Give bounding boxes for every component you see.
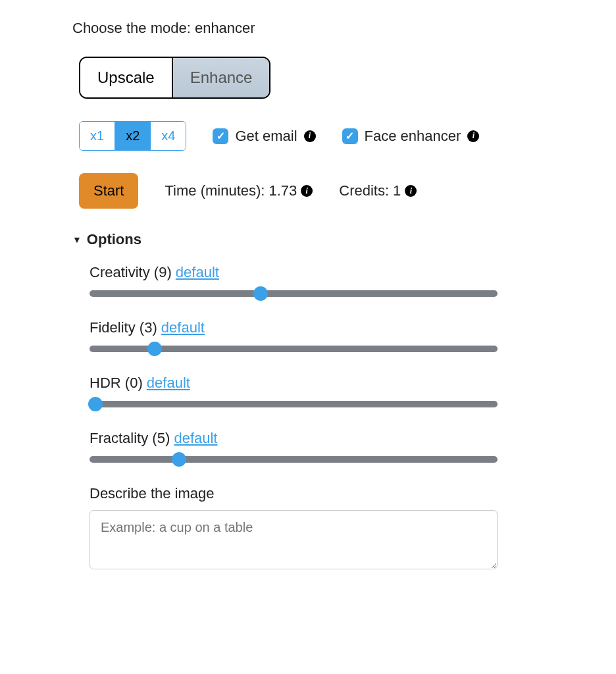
hdr-block: HDR (0) default xyxy=(90,375,544,407)
credits-meta: Credits: 1 i xyxy=(339,182,417,199)
face-enhancer-option: ✓ Face enhancer i xyxy=(342,128,480,145)
creativity-block: Creativity (9) default xyxy=(90,264,544,297)
mode-toggle: Upscale Enhance xyxy=(79,57,270,99)
time-meta: Time (minutes): 1.73 i xyxy=(165,182,313,199)
credits-label: Credits: xyxy=(339,182,389,199)
describe-label: Describe the image xyxy=(90,485,544,502)
info-icon[interactable]: i xyxy=(405,185,417,197)
fractality-slider[interactable] xyxy=(90,456,498,463)
fractality-thumb[interactable] xyxy=(172,452,186,467)
scale-group: x1 x2 x4 xyxy=(79,121,186,151)
time-value: 1.73 xyxy=(269,182,297,199)
hdr-label: HDR (0) default xyxy=(90,375,544,392)
info-icon[interactable]: i xyxy=(467,130,479,142)
creativity-label: Creativity (9) default xyxy=(90,264,544,281)
face-enhancer-label: Face enhancer xyxy=(365,128,461,145)
credits-value: 1 xyxy=(393,182,401,199)
options-title: Options xyxy=(87,231,141,248)
fidelity-slider[interactable] xyxy=(90,346,498,352)
info-icon[interactable]: i xyxy=(304,130,316,142)
fidelity-label: Fidelity (3) default xyxy=(90,319,544,336)
creativity-thumb[interactable] xyxy=(253,286,268,301)
hdr-slider[interactable] xyxy=(90,401,498,407)
face-enhancer-checkbox[interactable]: ✓ xyxy=(342,128,358,144)
scale-x2-button[interactable]: x2 xyxy=(115,122,150,150)
creativity-slider[interactable] xyxy=(90,290,498,297)
scale-x4-button[interactable]: x4 xyxy=(150,122,186,150)
get-email-label: Get email xyxy=(235,128,297,145)
get-email-option: ✓ Get email i xyxy=(213,128,315,145)
fidelity-thumb[interactable] xyxy=(147,342,162,356)
fractality-block: Fractality (5) default xyxy=(90,430,544,463)
mode-header-prefix: Choose the mode: xyxy=(72,20,195,36)
get-email-checkbox[interactable]: ✓ xyxy=(213,128,228,144)
time-label: Time (minutes): xyxy=(165,182,265,199)
mode-header: Choose the mode: enhancer xyxy=(72,20,544,37)
start-button[interactable]: Start xyxy=(79,173,138,209)
options-toggle[interactable]: ▼ Options xyxy=(72,231,544,248)
mode-header-value: enhancer xyxy=(195,20,255,36)
chevron-down-icon: ▼ xyxy=(72,234,82,245)
fidelity-default-link[interactable]: default xyxy=(161,319,205,336)
mode-upscale-button[interactable]: Upscale xyxy=(80,58,173,97)
info-icon[interactable]: i xyxy=(301,185,313,197)
hdr-thumb[interactable] xyxy=(88,397,103,411)
describe-input[interactable] xyxy=(90,510,498,569)
fractality-label: Fractality (5) default xyxy=(90,430,544,447)
fidelity-block: Fidelity (3) default xyxy=(90,319,544,352)
scale-x1-button[interactable]: x1 xyxy=(80,122,115,150)
mode-enhance-button[interactable]: Enhance xyxy=(173,58,270,97)
hdr-default-link[interactable]: default xyxy=(147,375,190,391)
creativity-default-link[interactable]: default xyxy=(176,264,219,280)
fractality-default-link[interactable]: default xyxy=(174,430,217,446)
